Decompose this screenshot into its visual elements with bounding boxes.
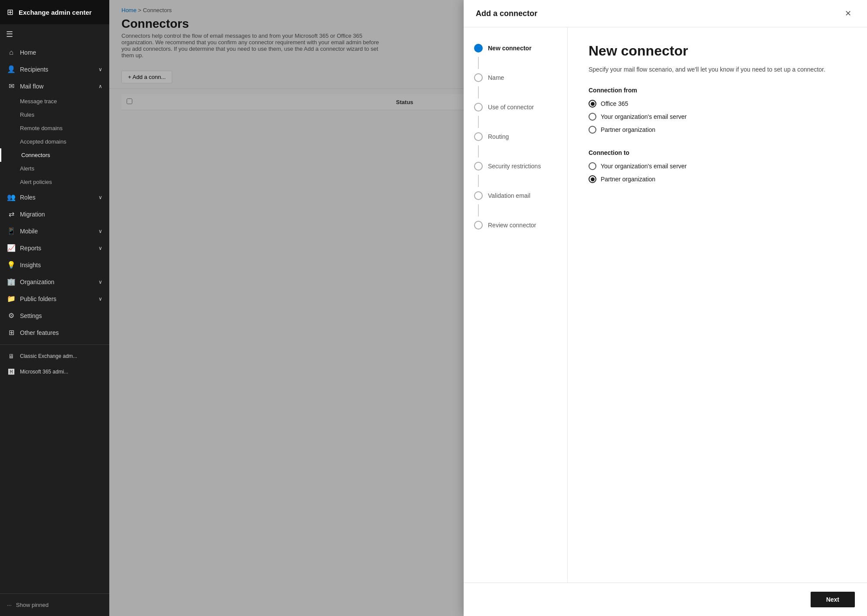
sidebar-nav: ⌂ Home 👤 Recipients ∨ ✉ Mail flow ∧ Mess… — [0, 44, 109, 593]
step-routing[interactable]: Routing — [464, 128, 567, 145]
add-connector-modal: Add a connector ✕ New connector Name — [464, 0, 867, 616]
sidebar-header: ⊞ Exchange admin center — [0, 0, 109, 24]
sidebar-item-label: Home — [20, 49, 36, 56]
show-pinned-button[interactable]: ··· Show pinned — [0, 597, 109, 613]
step-circle-validation — [474, 191, 483, 200]
sidebar-toggle[interactable]: ☰ — [0, 24, 109, 44]
step-use-of-connector[interactable]: Use of connector — [464, 98, 567, 116]
radio-org-email-from[interactable]: Your organization's email server — [589, 113, 846, 121]
step-label-name: Name — [488, 74, 504, 81]
step-connector-6 — [478, 204, 479, 216]
radio-label-partner-to: Partner organization — [601, 176, 655, 183]
mobile-icon: 📱 — [7, 227, 16, 235]
sidebar-item-microsoft-365[interactable]: 🅼 Microsoft 365 admi... — [0, 364, 109, 380]
step-name[interactable]: Name — [464, 69, 567, 86]
sidebar-subitem-message-trace[interactable]: Message trace — [0, 95, 109, 108]
sidebar-item-label: Public folders — [20, 295, 56, 302]
sidebar-subitem-remote-domains[interactable]: Remote domains — [0, 121, 109, 135]
recipients-icon: 👤 — [7, 65, 16, 73]
sidebar-subitem-alerts[interactable]: Alerts — [0, 162, 109, 175]
sidebar-item-label: Roles — [20, 194, 36, 201]
radio-org-email-to[interactable]: Your organization's email server — [589, 162, 846, 170]
sidebar-item-label: Microsoft 365 admi... — [20, 369, 68, 375]
sidebar-item-mail-flow[interactable]: ✉ Mail flow ∧ — [0, 78, 109, 95]
chevron-down-icon: ∨ — [98, 245, 102, 251]
sidebar-item-label: Reports — [20, 245, 41, 252]
step-circle-review — [474, 221, 483, 229]
sidebar-subitem-rules[interactable]: Rules — [0, 108, 109, 121]
sidebar-item-insights[interactable]: 💡 Insights — [0, 256, 109, 273]
sidebar-item-settings[interactable]: ⚙ Settings — [0, 307, 109, 324]
sidebar-item-label: Mobile — [20, 228, 38, 235]
chevron-down-icon: ∨ — [98, 279, 102, 285]
classic-exchange-icon: 🖥 — [7, 353, 16, 360]
radio-label-org-email: Your organization's email server — [601, 113, 687, 120]
step-circle-new-connector — [474, 44, 483, 52]
sidebar-item-other-features[interactable]: ⊞ Other features — [0, 324, 109, 341]
chevron-down-icon: ∨ — [98, 296, 102, 302]
radio-label-org-email-to: Your organization's email server — [601, 163, 687, 170]
sidebar-item-migration[interactable]: ⇄ Migration — [0, 206, 109, 223]
sidebar-item-label: Classic Exchange adm... — [20, 353, 77, 359]
sidebar-subitem-connectors[interactable]: Connectors — [0, 148, 109, 162]
connection-from-label: Connection from — [589, 87, 846, 94]
radio-label-office365: Office 365 — [601, 100, 628, 107]
step-circle-use — [474, 103, 483, 111]
sidebar-subitem-accepted-domains[interactable]: Accepted domains — [0, 135, 109, 148]
sidebar: ⊞ Exchange admin center ☰ ⌂ Home 👤 Recip… — [0, 0, 109, 616]
step-validation-email[interactable]: Validation email — [464, 187, 567, 204]
migration-icon: ⇄ — [7, 210, 16, 218]
sidebar-item-label: Mail flow — [20, 83, 43, 90]
step-security-restrictions[interactable]: Security restrictions — [464, 157, 567, 175]
connection-to-group: Your organization's email server Partner… — [589, 162, 846, 183]
step-connector-1 — [478, 57, 479, 69]
radio-label-partner-from: Partner organization — [601, 126, 655, 133]
sidebar-item-roles[interactable]: 👥 Roles ∨ — [0, 189, 109, 206]
sidebar-item-label: Recipients — [20, 66, 48, 73]
radio-outer-org-email — [589, 113, 596, 121]
modal-overlay: Add a connector ✕ New connector Name — [109, 0, 867, 616]
insights-icon: 💡 — [7, 261, 16, 269]
mail-flow-icon: ✉ — [7, 82, 16, 90]
step-circle-routing — [474, 132, 483, 141]
step-label-new-connector: New connector — [488, 45, 531, 52]
app-title: Exchange admin center — [19, 9, 92, 16]
step-review-connector[interactable]: Review connector — [464, 216, 567, 234]
stepper: New connector Name Use of connector — [464, 27, 568, 583]
sidebar-item-label: Migration — [20, 211, 45, 218]
radio-inner-office365 — [591, 102, 595, 106]
sidebar-item-classic-exchange[interactable]: 🖥 Classic Exchange adm... — [0, 348, 109, 364]
sidebar-item-label: Organization — [20, 279, 54, 285]
sidebar-subitem-alert-policies[interactable]: Alert policies — [0, 175, 109, 189]
step-connector-5 — [478, 175, 479, 187]
modal-header: Add a connector ✕ — [464, 0, 867, 27]
connection-to-label: Connection to — [589, 149, 846, 156]
sidebar-item-recipients[interactable]: 👤 Recipients ∨ — [0, 61, 109, 78]
radio-office365[interactable]: Office 365 — [589, 100, 846, 108]
step-label-validation: Validation email — [488, 192, 530, 199]
chevron-down-icon: ∨ — [98, 194, 102, 200]
next-button[interactable]: Next — [811, 592, 855, 607]
radio-partner-org-from[interactable]: Partner organization — [589, 126, 846, 134]
organization-icon: 🏢 — [7, 278, 16, 286]
radio-outer-partner-from — [589, 126, 596, 134]
ellipsis-icon: ··· — [7, 602, 12, 608]
modal-footer: Next — [464, 583, 867, 616]
sidebar-item-organization[interactable]: 🏢 Organization ∨ — [0, 273, 109, 290]
sidebar-item-mobile[interactable]: 📱 Mobile ∨ — [0, 223, 109, 239]
sidebar-divider — [0, 344, 109, 345]
radio-partner-org-to[interactable]: Partner organization — [589, 175, 846, 183]
sidebar-item-public-folders[interactable]: 📁 Public folders ∨ — [0, 290, 109, 307]
sidebar-item-label: Other features — [20, 329, 59, 336]
radio-outer-office365 — [589, 100, 596, 108]
sidebar-item-home[interactable]: ⌂ Home — [0, 44, 109, 61]
main-area: Home > Connectors Connectors Connectors … — [109, 0, 867, 616]
roles-icon: 👥 — [7, 193, 16, 201]
step-label-review: Review connector — [488, 222, 536, 229]
sidebar-item-reports[interactable]: 📈 Reports ∨ — [0, 239, 109, 256]
modal-close-button[interactable]: ✕ — [841, 8, 855, 19]
step-circle-security — [474, 162, 483, 170]
sidebar-item-label: Settings — [20, 312, 42, 319]
step-new-connector[interactable]: New connector — [464, 39, 567, 57]
modal-title: Add a connector — [476, 9, 537, 18]
